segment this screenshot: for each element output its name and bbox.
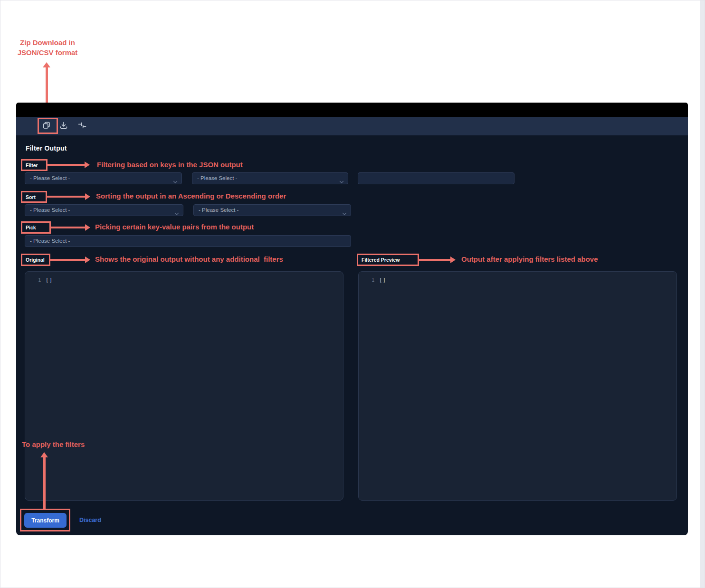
arrow-filter-annotation xyxy=(48,164,85,166)
chevron-down-icon xyxy=(174,209,179,216)
sort-label-text: Sort xyxy=(26,194,36,200)
transform-button[interactable]: Transform xyxy=(24,513,67,528)
arrow-filtered-preview-annotation xyxy=(419,259,450,261)
pick-keys-select-value: - Please Select - xyxy=(30,238,70,244)
chevron-down-icon xyxy=(173,177,178,184)
annotation-filtered-preview: Output after applying filters listed abo… xyxy=(461,255,598,263)
annotation-filter: Filtering based on keys in the JSON outp… xyxy=(97,161,243,169)
filtered-preview-section-label: Filtered Preview xyxy=(357,254,419,266)
screenshot-canvas: Zip Download in JSON/CSV format xyxy=(0,0,705,588)
pick-keys-select[interactable]: - Please Select - xyxy=(25,235,351,247)
collapse-button[interactable] xyxy=(76,120,89,133)
filter-label-text: Filter xyxy=(26,162,38,168)
original-label-text: Original xyxy=(26,257,45,263)
filtered-preview-label-text: Filtered Preview xyxy=(362,257,400,263)
download-button[interactable] xyxy=(57,120,70,133)
arrow-to-transform-button xyxy=(43,457,46,509)
filter-section-label: Filter xyxy=(21,159,48,171)
annotation-apply-filters: To apply the filters xyxy=(22,440,85,448)
annotation-pick: Picking certain key-value pairs from the… xyxy=(95,223,254,231)
editor-toolbar xyxy=(16,117,688,135)
annotation-zip-download: Zip Download in JSON/CSV format xyxy=(15,38,80,57)
download-icon xyxy=(58,121,69,132)
annotation-zip-line2: JSON/CSV format xyxy=(15,47,80,57)
filter-value-input[interactable] xyxy=(358,172,514,184)
discard-link[interactable]: Discard xyxy=(79,517,101,523)
filter-key-select[interactable]: - Please Select - xyxy=(25,172,182,184)
page-title: Filter Output xyxy=(26,144,67,152)
pick-label-text: Pick xyxy=(26,225,36,230)
chevron-down-icon xyxy=(339,177,344,184)
annotation-sort: Sorting the output in an Ascending or De… xyxy=(96,192,286,200)
original-section-label: Original xyxy=(21,254,50,266)
filter-key-select-value: - Please Select - xyxy=(30,175,70,181)
filter-operator-select-value: - Please Select - xyxy=(197,175,237,181)
window-top-bar xyxy=(16,103,688,117)
line-number: 1 xyxy=(372,277,374,283)
line-number: 1 xyxy=(38,277,41,283)
annotation-zip-line1: Zip Download in xyxy=(15,38,80,47)
sort-order-select-value: - Please Select - xyxy=(199,207,238,213)
filtered-preview-editor-content: [] xyxy=(379,277,387,283)
sort-key-select[interactable]: - Please Select - xyxy=(25,204,183,216)
original-editor-content: [] xyxy=(46,277,53,283)
original-editor[interactable]: 1 [] xyxy=(25,271,343,501)
pick-section-label: Pick xyxy=(21,221,51,234)
sort-section-label: Sort xyxy=(21,191,47,203)
chevron-down-icon xyxy=(342,209,347,216)
arrow-pick-annotation xyxy=(51,227,85,228)
filter-operator-select[interactable]: - Please Select - xyxy=(192,172,348,184)
filtered-preview-editor[interactable]: 1 [] xyxy=(358,271,677,501)
scrollbar-track[interactable] xyxy=(700,0,705,588)
annotation-original: Shows the original output without any ad… xyxy=(95,255,283,263)
arrow-original-annotation xyxy=(50,259,85,261)
copy-icon xyxy=(42,121,51,131)
arrow-sort-annotation xyxy=(47,196,85,198)
sort-order-select[interactable]: - Please Select - xyxy=(193,204,351,216)
copy-button[interactable] xyxy=(40,120,53,133)
collapse-icon xyxy=(77,121,87,131)
sort-key-select-value: - Please Select - xyxy=(30,207,70,213)
